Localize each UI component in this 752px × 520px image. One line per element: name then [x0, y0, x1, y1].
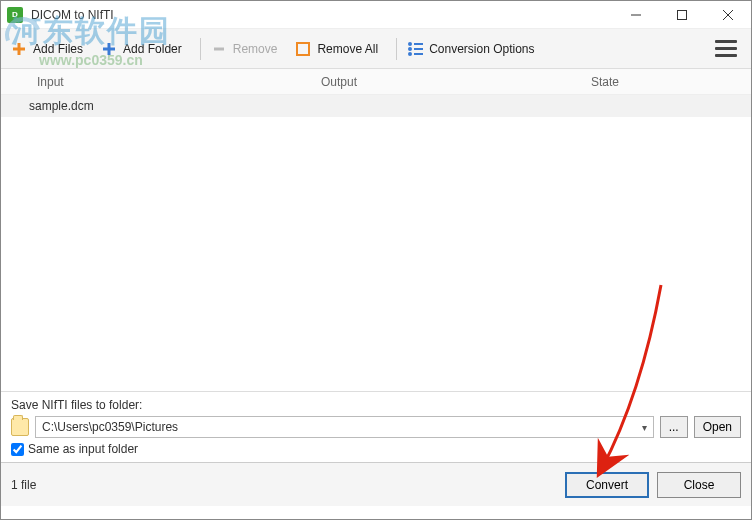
same-as-input-row[interactable]: Same as input folder	[11, 442, 741, 456]
maximize-button[interactable]	[659, 1, 705, 29]
same-as-input-label: Same as input folder	[28, 442, 138, 456]
browse-button[interactable]: ...	[660, 416, 688, 438]
cell-input: sample.dcm	[1, 99, 321, 113]
remove-button[interactable]: Remove	[211, 41, 278, 57]
column-input[interactable]: Input	[1, 75, 321, 89]
status-text: 1 file	[11, 478, 36, 492]
conversion-options-button[interactable]: Conversion Options	[407, 41, 534, 57]
svg-point-12	[408, 47, 412, 51]
close-icon	[723, 10, 733, 20]
file-list[interactable]: sample.dcm	[1, 95, 751, 391]
window-title: DICOM to NIfTI	[31, 8, 114, 22]
minimize-icon	[631, 10, 641, 20]
list-icon	[407, 41, 423, 57]
add-folder-label: Add Folder	[123, 42, 182, 56]
save-label: Save NIfTI files to folder:	[11, 398, 741, 412]
list-item[interactable]: sample.dcm	[1, 95, 751, 117]
svg-point-14	[408, 52, 412, 56]
svg-rect-11	[414, 43, 423, 45]
square-icon	[295, 41, 311, 57]
svg-point-10	[408, 42, 412, 46]
hamburger-icon	[715, 40, 737, 43]
minimize-button[interactable]	[613, 1, 659, 29]
column-state[interactable]: State	[591, 75, 751, 89]
add-files-label: Add Files	[33, 42, 83, 56]
column-output[interactable]: Output	[321, 75, 591, 89]
add-files-button[interactable]: Add Files	[11, 41, 83, 57]
output-path-text: C:\Users\pc0359\Pictures	[42, 420, 178, 434]
footer-bar: 1 file Convert Close	[1, 462, 751, 506]
close-button[interactable]: Close	[657, 472, 741, 498]
remove-label: Remove	[233, 42, 278, 56]
svg-rect-9	[297, 43, 309, 55]
maximize-icon	[677, 10, 687, 20]
close-window-button[interactable]	[705, 1, 751, 29]
svg-rect-13	[414, 48, 423, 50]
toolbar-separator	[200, 38, 201, 60]
remove-all-label: Remove All	[317, 42, 378, 56]
conversion-options-label: Conversion Options	[429, 42, 534, 56]
remove-all-button[interactable]: Remove All	[295, 41, 378, 57]
svg-rect-1	[678, 10, 687, 19]
menu-button[interactable]	[711, 36, 741, 61]
open-folder-button[interactable]: Open	[694, 416, 741, 438]
app-icon: D	[7, 7, 23, 23]
convert-button[interactable]: Convert	[565, 472, 649, 498]
output-path-combo[interactable]: C:\Users\pc0359\Pictures ▾	[35, 416, 654, 438]
save-section: Save NIfTI files to folder: C:\Users\pc0…	[1, 391, 751, 462]
folder-icon	[11, 418, 29, 436]
svg-rect-15	[414, 53, 423, 55]
same-as-input-checkbox[interactable]	[11, 443, 24, 456]
plus-icon	[101, 41, 117, 57]
toolbar-separator	[396, 38, 397, 60]
plus-icon	[11, 41, 27, 57]
title-bar: D DICOM to NIfTI	[1, 1, 751, 29]
minus-icon	[211, 41, 227, 57]
list-header: Input Output State	[1, 69, 751, 95]
main-toolbar: Add Files Add Folder Remove Remove All C…	[1, 29, 751, 69]
add-folder-button[interactable]: Add Folder	[101, 41, 182, 57]
chevron-down-icon: ▾	[642, 422, 647, 433]
